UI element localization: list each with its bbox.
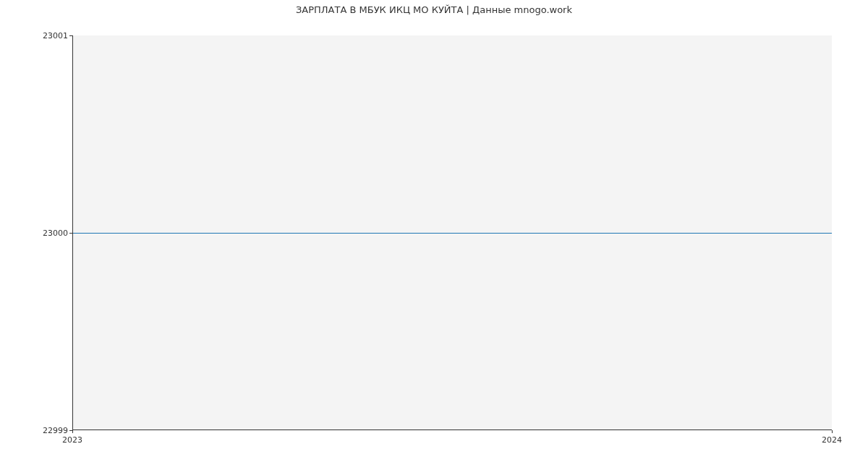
x-tick-mark — [832, 430, 833, 433]
x-tick-label: 2024 — [822, 435, 842, 445]
y-tick-mark — [69, 233, 72, 234]
x-tick-label: 2023 — [62, 435, 82, 445]
x-tick-mark — [72, 430, 73, 433]
y-tick-label: 22999 — [3, 426, 68, 435]
line-chart: ЗАРПЛАТА В МБУК ИКЦ МО КУЙТА | Данные mn… — [0, 0, 868, 470]
y-tick-mark — [69, 35, 72, 36]
chart-title: ЗАРПЛАТА В МБУК ИКЦ МО КУЙТА | Данные mn… — [0, 4, 868, 15]
plot-area — [72, 35, 832, 430]
y-tick-label: 23000 — [3, 228, 68, 238]
y-tick-label: 23001 — [3, 31, 68, 40]
data-series-line — [73, 233, 832, 234]
